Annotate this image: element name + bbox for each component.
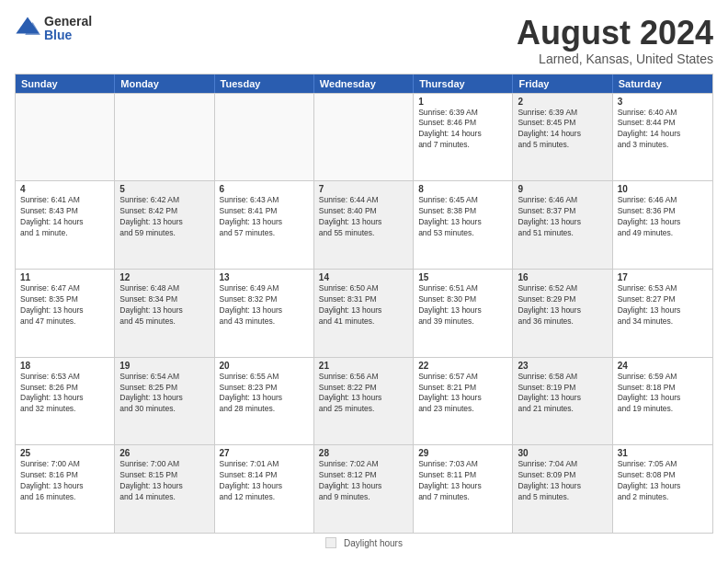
day-info: Sunrise: 7:05 AM Sunset: 8:08 PM Dayligh… [618, 459, 708, 503]
cal-cell [115, 94, 214, 181]
day-info: Sunrise: 7:02 AM Sunset: 8:12 PM Dayligh… [319, 459, 408, 503]
day-number: 6 [220, 184, 309, 194]
cal-cell: 12Sunrise: 6:48 AM Sunset: 8:34 PM Dayli… [115, 270, 214, 357]
logo-icon [15, 16, 40, 41]
day-number: 27 [220, 448, 309, 458]
cal-cell: 5Sunrise: 6:42 AM Sunset: 8:42 PM Daylig… [115, 181, 214, 269]
week-row-3: 11Sunrise: 6:47 AM Sunset: 8:35 PM Dayli… [16, 269, 712, 357]
cal-cell: 13Sunrise: 6:49 AM Sunset: 8:32 PM Dayli… [215, 270, 314, 357]
day-info: Sunrise: 6:49 AM Sunset: 8:32 PM Dayligh… [220, 283, 309, 327]
day-number: 25 [20, 448, 109, 458]
day-info: Sunrise: 6:51 AM Sunset: 8:30 PM Dayligh… [418, 283, 507, 327]
day-header-wednesday: Wednesday [314, 75, 414, 93]
day-info: Sunrise: 6:46 AM Sunset: 8:36 PM Dayligh… [618, 195, 708, 239]
day-info: Sunrise: 6:53 AM Sunset: 8:27 PM Dayligh… [618, 283, 708, 327]
day-number: 29 [418, 448, 507, 458]
day-number: 21 [319, 361, 408, 371]
logo-blue-text: Blue [44, 29, 92, 42]
day-header-thursday: Thursday [414, 75, 513, 93]
cal-cell: 21Sunrise: 6:56 AM Sunset: 8:22 PM Dayli… [314, 358, 414, 445]
day-header-monday: Monday [115, 75, 214, 93]
logo-text: General Blue [44, 15, 92, 43]
day-number: 23 [518, 361, 607, 371]
day-number: 2 [518, 97, 607, 107]
day-number: 8 [418, 184, 507, 194]
day-number: 22 [418, 361, 507, 371]
cal-cell [215, 94, 314, 181]
day-number: 16 [518, 272, 607, 282]
day-number: 30 [518, 448, 607, 458]
legend-label: Daylight hours [344, 538, 403, 548]
cal-cell: 16Sunrise: 6:52 AM Sunset: 8:29 PM Dayli… [513, 270, 612, 357]
day-info: Sunrise: 6:44 AM Sunset: 8:40 PM Dayligh… [319, 195, 408, 239]
day-number: 4 [20, 184, 109, 194]
calendar-body: 1Sunrise: 6:39 AM Sunset: 8:46 PM Daylig… [16, 93, 712, 533]
cal-cell: 9Sunrise: 6:46 AM Sunset: 8:37 PM Daylig… [513, 181, 612, 269]
cal-cell: 7Sunrise: 6:44 AM Sunset: 8:40 PM Daylig… [314, 181, 414, 269]
cal-cell [16, 94, 115, 181]
day-info: Sunrise: 6:57 AM Sunset: 8:21 PM Dayligh… [418, 372, 507, 416]
week-row-5: 25Sunrise: 7:00 AM Sunset: 8:16 PM Dayli… [16, 444, 712, 533]
day-number: 28 [319, 448, 408, 458]
day-number: 10 [618, 184, 708, 194]
week-row-4: 18Sunrise: 6:53 AM Sunset: 8:26 PM Dayli… [16, 357, 712, 445]
legend-shaded-box [325, 537, 336, 548]
day-header-sunday: Sunday [16, 75, 115, 93]
cal-cell: 3Sunrise: 6:40 AM Sunset: 8:44 PM Daylig… [613, 94, 712, 181]
cal-cell: 17Sunrise: 6:53 AM Sunset: 8:27 PM Dayli… [613, 270, 712, 357]
cal-cell: 30Sunrise: 7:04 AM Sunset: 8:09 PM Dayli… [513, 445, 612, 533]
day-number: 14 [319, 272, 408, 282]
day-header-saturday: Saturday [613, 75, 712, 93]
cal-cell: 31Sunrise: 7:05 AM Sunset: 8:08 PM Dayli… [613, 445, 712, 533]
day-number: 13 [220, 272, 309, 282]
cal-cell: 28Sunrise: 7:02 AM Sunset: 8:12 PM Dayli… [314, 445, 414, 533]
day-number: 1 [418, 97, 507, 107]
cal-cell: 24Sunrise: 6:59 AM Sunset: 8:18 PM Dayli… [613, 358, 712, 445]
day-header-tuesday: Tuesday [215, 75, 314, 93]
cal-cell: 27Sunrise: 7:01 AM Sunset: 8:14 PM Dayli… [215, 445, 314, 533]
day-info: Sunrise: 7:00 AM Sunset: 8:16 PM Dayligh… [20, 459, 109, 503]
day-info: Sunrise: 6:52 AM Sunset: 8:29 PM Dayligh… [518, 283, 607, 327]
cal-cell: 15Sunrise: 6:51 AM Sunset: 8:30 PM Dayli… [414, 270, 513, 357]
logo-general-text: General [44, 15, 92, 29]
subtitle: Larned, Kansas, United States [517, 52, 713, 66]
cal-cell: 6Sunrise: 6:43 AM Sunset: 8:41 PM Daylig… [215, 181, 314, 269]
day-info: Sunrise: 6:55 AM Sunset: 8:23 PM Dayligh… [220, 372, 309, 416]
day-info: Sunrise: 6:45 AM Sunset: 8:38 PM Dayligh… [418, 195, 507, 239]
title-section: August 2024 Larned, Kansas, United State… [517, 15, 713, 66]
day-number: 11 [20, 272, 109, 282]
page: General Blue August 2024 Larned, Kansas,… [0, 0, 728, 563]
day-number: 5 [119, 184, 209, 194]
day-number: 7 [319, 184, 408, 194]
cal-cell: 8Sunrise: 6:45 AM Sunset: 8:38 PM Daylig… [414, 181, 513, 269]
day-info: Sunrise: 6:58 AM Sunset: 8:19 PM Dayligh… [518, 372, 607, 416]
header: General Blue August 2024 Larned, Kansas,… [15, 15, 713, 66]
week-row-1: 1Sunrise: 6:39 AM Sunset: 8:46 PM Daylig… [16, 93, 712, 181]
cal-cell [314, 94, 414, 181]
day-info: Sunrise: 7:03 AM Sunset: 8:11 PM Dayligh… [418, 459, 507, 503]
cal-cell: 29Sunrise: 7:03 AM Sunset: 8:11 PM Dayli… [414, 445, 513, 533]
cal-cell: 10Sunrise: 6:46 AM Sunset: 8:36 PM Dayli… [613, 181, 712, 269]
day-number: 17 [618, 272, 708, 282]
day-number: 31 [618, 448, 708, 458]
day-info: Sunrise: 7:01 AM Sunset: 8:14 PM Dayligh… [220, 459, 309, 503]
day-number: 12 [119, 272, 209, 282]
day-number: 18 [20, 361, 109, 371]
day-info: Sunrise: 7:04 AM Sunset: 8:09 PM Dayligh… [518, 459, 607, 503]
day-header-friday: Friday [513, 75, 612, 93]
day-info: Sunrise: 6:42 AM Sunset: 8:42 PM Dayligh… [119, 195, 209, 239]
day-info: Sunrise: 6:56 AM Sunset: 8:22 PM Dayligh… [319, 372, 408, 416]
day-number: 24 [618, 361, 708, 371]
day-info: Sunrise: 6:39 AM Sunset: 8:45 PM Dayligh… [518, 108, 607, 152]
week-row-2: 4Sunrise: 6:41 AM Sunset: 8:43 PM Daylig… [16, 180, 712, 269]
day-info: Sunrise: 6:39 AM Sunset: 8:46 PM Dayligh… [418, 108, 507, 152]
day-info: Sunrise: 6:59 AM Sunset: 8:18 PM Dayligh… [618, 372, 708, 416]
cal-cell: 23Sunrise: 6:58 AM Sunset: 8:19 PM Dayli… [513, 358, 612, 445]
cal-cell: 20Sunrise: 6:55 AM Sunset: 8:23 PM Dayli… [215, 358, 314, 445]
cal-cell: 19Sunrise: 6:54 AM Sunset: 8:25 PM Dayli… [115, 358, 214, 445]
cal-cell: 4Sunrise: 6:41 AM Sunset: 8:43 PM Daylig… [16, 181, 115, 269]
cal-cell: 26Sunrise: 7:00 AM Sunset: 8:15 PM Dayli… [115, 445, 214, 533]
day-info: Sunrise: 6:41 AM Sunset: 8:43 PM Dayligh… [20, 195, 109, 239]
main-title: August 2024 [517, 15, 713, 52]
day-info: Sunrise: 6:53 AM Sunset: 8:26 PM Dayligh… [20, 372, 109, 416]
